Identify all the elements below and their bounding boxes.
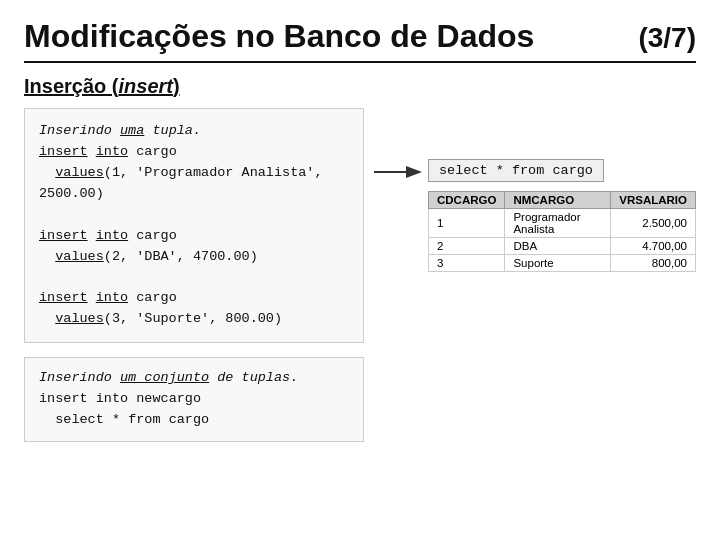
col-nmcargo: NMCARGO: [505, 192, 611, 209]
row2-nm: DBA: [505, 238, 611, 255]
page: Modificações no Banco de Dados (3/7) Ins…: [0, 0, 720, 540]
col-cdcargo: CDCARGO: [429, 192, 505, 209]
table-row: 1 Programador Analista 2.500,00: [429, 209, 696, 238]
bottom-comment-line: Inserindo um conjunto de tuplas.: [39, 368, 349, 389]
code-line-values3: values(3, 'Suporte', 800.00): [39, 309, 349, 330]
title-row: Modificações no Banco de Dados (3/7): [24, 18, 696, 55]
table-row: 2 DBA 4.700,00: [429, 238, 696, 255]
code-line-values2: values(2, 'DBA', 4700.00): [39, 247, 349, 268]
top-code-box: Inserindo uma tupla. insert into cargo v…: [24, 108, 364, 343]
code-line-values1: values(1, 'Programador Analista', 2500.0…: [39, 163, 349, 205]
row2-vr: 4.700,00: [611, 238, 696, 255]
row3-cd: 3: [429, 255, 505, 272]
page-number: (3/7): [638, 22, 696, 54]
arrow-icon: [374, 158, 428, 186]
row1-cd: 1: [429, 209, 505, 238]
main-title: Modificações no Banco de Dados: [24, 18, 534, 55]
col-vrsalario: VRSALARIO: [611, 192, 696, 209]
table-row: 3 Suporte 800,00: [429, 255, 696, 272]
bottom-select-line: select * from cargo: [39, 410, 349, 431]
section-heading-text: Inserção (insert): [24, 75, 180, 97]
row1-vr: 2.500,00: [611, 209, 696, 238]
select-statement: select * from cargo: [428, 159, 604, 182]
row3-nm: Suporte: [505, 255, 611, 272]
bottom-code-box: Inserindo um conjunto de tuplas. insert …: [24, 357, 364, 442]
code-line-insert1: insert into cargo: [39, 142, 349, 163]
section-heading: Inserção (insert): [24, 75, 696, 98]
row2-cd: 2: [429, 238, 505, 255]
code-line-insert2: insert into cargo: [39, 226, 349, 247]
row3-vr: 800,00: [611, 255, 696, 272]
code-comment-line: Inserindo uma tupla.: [39, 121, 349, 142]
result-table: CDCARGO NMCARGO VRSALARIO 1 Programador …: [428, 191, 696, 272]
code-line-insert3: insert into cargo: [39, 288, 349, 309]
row1-nm: Programador Analista: [505, 209, 611, 238]
bottom-insert-line: insert into newcargo: [39, 389, 349, 410]
title-divider: [24, 61, 696, 63]
